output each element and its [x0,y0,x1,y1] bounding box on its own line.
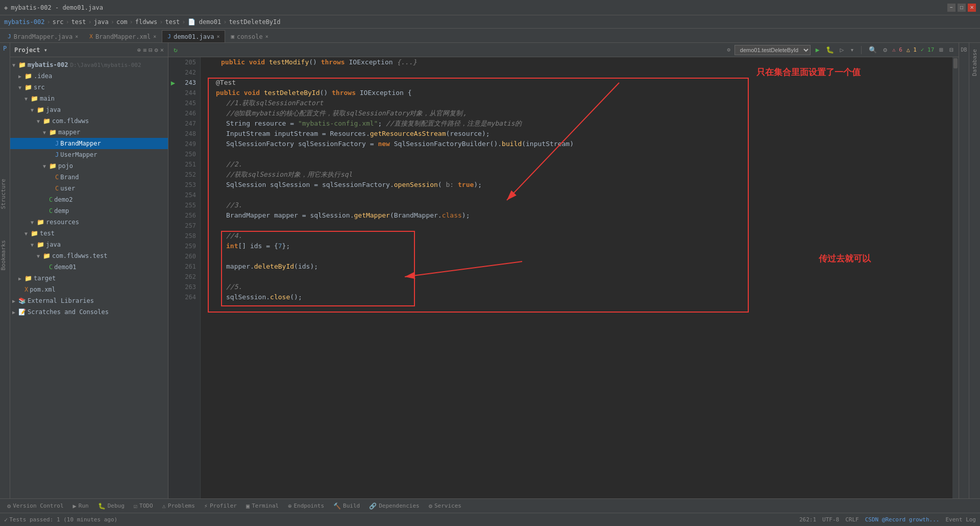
profiler-button[interactable]: ⚡ Profiler [200,500,241,512]
breadcrumb-item[interactable]: test [165,18,180,26]
java-icon: J [8,33,11,40]
gutter-marker-test[interactable]: ▶ [168,78,178,88]
code-line-262 [206,272,952,282]
tree-item-pom[interactable]: X pom.xml [10,284,168,295]
breadcrumb-item[interactable]: fldwws [135,18,157,26]
run-button[interactable]: ▶ Run [69,500,93,512]
run-button[interactable]: ▶ [815,46,821,54]
expand-icon[interactable]: ⊞ [938,46,944,54]
tree-item-pojo[interactable]: ▼ 📁 pojo [10,160,168,172]
tree-item-src[interactable]: ▼ 📁 src [10,82,168,93]
dependencies-button[interactable]: 🔗 Dependencies [365,500,423,512]
scrollbar-thumb[interactable] [953,58,958,68]
tab-demo01-java[interactable]: J demo01.java × [162,30,225,42]
gutter-item [168,57,178,67]
settings2-icon[interactable]: ⚙ [882,46,888,54]
structure-label[interactable]: Structure [0,179,7,209]
breadcrumb-item[interactable]: test [71,18,86,26]
expand-icon[interactable]: ≡ [143,46,146,54]
tree-item-external-libs[interactable]: ▶ 📚 External Libraries [10,295,168,306]
minimize-button[interactable]: − [947,4,955,12]
breadcrumb-item[interactable]: testDeleteById [229,18,280,26]
close-button[interactable]: ✕ [968,4,976,12]
tree-item-demp[interactable]: C demp [10,205,168,217]
arrow-icon [49,152,55,158]
gutter-item [168,180,178,190]
tree-item-user[interactable]: C user [10,183,168,194]
tree-item-test[interactable]: ▼ 📁 test [10,228,168,239]
tab-close-button[interactable]: × [75,34,78,39]
bookmarks-label[interactable]: Bookmarks [0,240,7,271]
breadcrumb-item[interactable]: 📄 demo01 [188,18,222,26]
tree-label: resources [46,219,79,226]
event-log[interactable]: Event Log [945,516,976,523]
endpoints-button[interactable]: ⊕ Endpoints [284,500,328,512]
tree-item-comfldwwstest[interactable]: ▼ 📁 com.fldwws.test [10,250,168,261]
line-ending[interactable]: CRLF [845,516,859,523]
tree-item-main[interactable]: ▼ 📁 main [10,93,168,104]
arrow-icon: ▼ [37,253,43,259]
build-button[interactable]: 🔨 Build [329,500,364,512]
project-icon[interactable]: P [3,45,7,52]
breadcrumb-item[interactable]: java [94,18,109,26]
breadcrumb-item[interactable]: mybatis-002 [4,18,44,26]
tab-close-button[interactable]: × [265,34,268,39]
title-bar-left: ◆ mybatis-002 - demo01.java [4,4,103,11]
collapse-icon[interactable]: ⊟ [149,46,152,54]
line-number: 244 [178,88,196,98]
settings-icon[interactable]: ⚙ [155,46,158,54]
editor-scrollbar[interactable] [952,57,959,498]
problems-button[interactable]: ⚠ Problems [158,500,199,512]
breadcrumb-item[interactable]: src [53,18,64,26]
code-content[interactable]: public void testModify() throws IOExcept… [201,57,952,498]
breadcrumb-sep: › [88,18,92,26]
tab-brandmapper-xml[interactable]: X BrandMapper.xml × [84,30,162,42]
settings-icon[interactable]: ⚙ [727,46,730,53]
gutter-item [168,108,178,118]
maximize-button[interactable]: □ [958,4,966,12]
search-button[interactable]: 🔍 [868,46,878,54]
window-controls[interactable]: − □ ✕ [947,4,976,12]
database-panel-label[interactable]: Database [970,47,979,78]
tab-brandmapper-java[interactable]: J BrandMapper.java × [2,30,84,42]
tree-item-scratches[interactable]: ▶ 📝 Scratches and Consoles [10,306,168,318]
tree-item-mapper[interactable]: ▼ 📁 mapper [10,127,168,138]
tree-item-idea[interactable]: ▶ 📁 .idea [10,70,168,82]
collapse-icon[interactable]: ⊟ [948,46,954,54]
xml-icon: X [24,286,28,293]
run-config-dropdown[interactable]: demo01.testDeleteById [734,45,811,55]
breadcrumb-item[interactable]: com [116,18,128,26]
tree-item-target[interactable]: ▶ 📁 target [10,273,168,284]
tab-console[interactable]: ▣ console × [225,30,274,42]
tab-close-button[interactable]: × [153,34,156,39]
close-panel-icon[interactable]: × [160,46,164,54]
tab-close-button[interactable]: × [216,34,219,39]
services-button[interactable]: ⚙ Services [425,500,465,512]
tree-item-usermapper[interactable]: J UserMapper [10,149,168,160]
more-run-button[interactable]: ▾ [849,46,855,54]
project-panel-title: Project ▾ [14,46,47,54]
todo-button[interactable]: ☑ TODO [130,500,157,512]
database-icon[interactable]: DB [960,45,969,54]
cursor-position[interactable]: 262:1 [799,516,816,523]
tree-item-root[interactable]: ▼ 📁 mybatis-002 D:\Java01\mybatis-002 [10,59,168,70]
tree-item-comfldwws[interactable]: ▼ 📁 com.fldwws [10,115,168,127]
encoding-info[interactable]: UTF-8 [822,516,839,523]
tree-item-test-java[interactable]: ▼ 📁 java [10,239,168,250]
terminal-button[interactable]: ▣ Terminal [242,500,283,512]
tree-item-demo01[interactable]: C demo01 [10,261,168,273]
tree-item-brandmapper[interactable]: J BrandMapper [10,138,168,149]
sync-icon[interactable]: ↻ [173,46,179,54]
version-control-button[interactable]: ⚙ Version Control [3,500,68,512]
locate-icon[interactable]: ⊕ [137,46,141,54]
debug-button[interactable]: 🐛 Debug [94,500,129,512]
tree-item-java[interactable]: ▼ 📁 java [10,104,168,115]
tree-item-resources[interactable]: ▼ 📁 resources [10,217,168,228]
structure-tab[interactable]: Structure Bookmarks [0,179,11,270]
coverage-button[interactable]: ▷ [839,46,845,54]
window-title: mybatis-002 - demo01.java [11,4,103,11]
debug-button[interactable]: 🐛 [825,46,835,54]
tree-item-demo2[interactable]: C demo2 [10,194,168,205]
arrow-icon: ▶ [12,309,18,315]
tree-item-brand[interactable]: C Brand [10,172,168,183]
